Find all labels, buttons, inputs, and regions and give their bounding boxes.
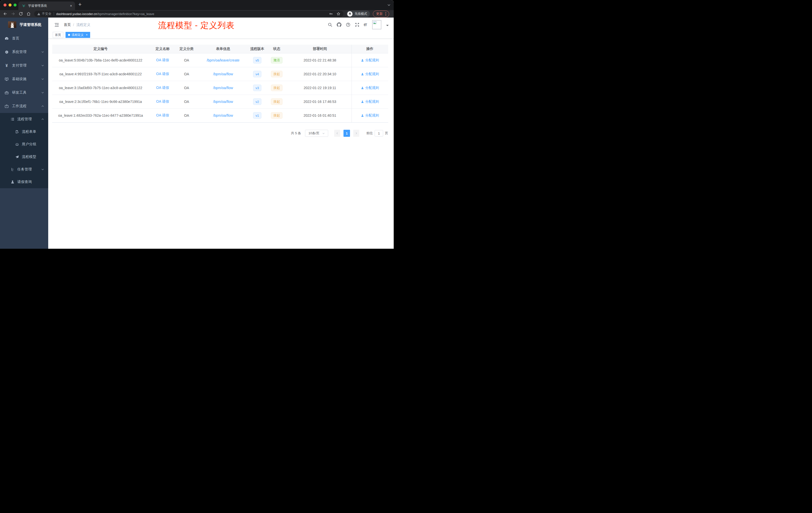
table-row: oa_leave:1:482ec033-762a-11ec-8477-a2380… — [52, 109, 388, 122]
back-icon[interactable] — [3, 11, 7, 16]
sidebar-item-workflow[interactable]: 工作流程 — [0, 99, 48, 113]
column-header: 定义编号 — [52, 45, 149, 53]
avatar[interactable] — [372, 20, 381, 29]
search-icon[interactable] — [328, 22, 332, 27]
assign-rule-button[interactable]: 分配规则 — [361, 58, 379, 62]
close-window-button[interactable] — [3, 3, 6, 6]
password-key-icon[interactable] — [329, 12, 333, 16]
status-tag: 挂起 — [271, 71, 283, 77]
browser-toolbar: 不安全 dashboard.yudao.iocoder.cn/bpm/manag… — [0, 10, 394, 18]
sidebar-item-payment[interactable]: ¥ 支付管理 — [0, 59, 48, 72]
bookmark-star-icon[interactable] — [337, 12, 341, 16]
deploy-time-cell: 2022-01-22 21:48:38 — [288, 54, 351, 67]
next-page-button[interactable] — [353, 130, 359, 137]
definition-category-cell: OA — [176, 81, 197, 95]
definition-id-cell: oa_leave:2:3c1f0ef1-76b1-11ec-9c66-a2380… — [52, 95, 149, 109]
briefcase-icon — [4, 104, 9, 109]
table-body: oa_leave:5:004b710b-7b8a-11ec-8ef0-acde4… — [52, 54, 388, 122]
fullscreen-icon[interactable] — [355, 22, 359, 27]
new-tab-button[interactable]: + — [78, 1, 82, 8]
chevron-down-icon — [41, 168, 44, 171]
sidebar-item-leave-query[interactable]: 请假查询 — [0, 176, 48, 188]
sidebar-item-label: 流程模型 — [22, 155, 44, 159]
tag-close-icon[interactable]: × — [86, 33, 88, 36]
tag-process-definition[interactable]: 流程定义 × — [65, 32, 90, 38]
sidebar-item-process-mgmt[interactable]: 流程管理 — [0, 113, 48, 125]
gear-icon — [4, 50, 9, 54]
goto-page-input[interactable] — [375, 130, 383, 137]
sidebar-item-user-group[interactable]: 用户分组 — [0, 138, 48, 151]
omnibox-divider — [54, 12, 54, 16]
current-page-button[interactable]: 1 — [344, 130, 350, 137]
sidebar-item-task-mgmt[interactable]: 任务管理 — [0, 163, 48, 176]
browser-menu-icon[interactable] — [385, 11, 387, 16]
status-tag: 挂起 — [271, 85, 283, 91]
home-icon[interactable] — [26, 11, 31, 16]
zoom-window-button[interactable] — [13, 3, 17, 6]
forward-icon[interactable] — [11, 11, 15, 16]
github-icon[interactable] — [337, 22, 342, 27]
help-icon[interactable] — [346, 22, 350, 27]
sidebar-item-label: 首页 — [12, 36, 44, 41]
sidebar-item-label: 用户分组 — [22, 142, 44, 147]
sidebar-item-label: 任务管理 — [17, 167, 41, 172]
sidebar-item-system[interactable]: 系统管理 — [0, 45, 48, 59]
sidebar-item-process-model[interactable]: 流程模型 — [0, 151, 48, 163]
prev-page-button[interactable] — [334, 130, 340, 137]
browser-tab[interactable]: 芋道管理系统 × — [18, 1, 75, 10]
sidebar-item-home[interactable]: 首页 — [0, 32, 48, 45]
assign-rule-button[interactable]: 分配规则 — [361, 72, 379, 76]
table-row: oa_leave:4:991f2193-7b7f-11ec-a3c8-acde4… — [52, 67, 388, 81]
chevron-down-icon — [41, 91, 44, 94]
tab-close-icon[interactable]: × — [69, 4, 72, 7]
sidebar-item-devtools[interactable]: 研发工具 — [0, 86, 48, 99]
form-info-link[interactable]: /bpm/oa/leave/create — [207, 58, 239, 62]
sidebar-item-label: 请假查询 — [17, 180, 44, 184]
tab-search-icon[interactable] — [387, 3, 391, 7]
brand[interactable]: 芋道管理系统 — [0, 18, 48, 32]
chevron-up-icon — [41, 105, 44, 108]
monitor-icon — [4, 77, 9, 81]
sidebar-item-infra[interactable]: 基础设施 — [0, 72, 48, 86]
breadcrumb-home[interactable]: 首页 — [64, 23, 71, 27]
assign-rule-button[interactable]: 分配规则 — [361, 99, 379, 104]
collapse-sidebar-icon[interactable] — [54, 22, 59, 27]
form-info-link[interactable]: /bpm/oa/flow — [213, 114, 233, 117]
robot-icon — [15, 142, 19, 146]
definition-name-link[interactable]: OA 请假 — [156, 113, 169, 118]
page-size-select[interactable]: 10条/页 — [305, 130, 328, 137]
tab-title: 芋道管理系统 — [28, 4, 69, 8]
reload-icon[interactable] — [19, 11, 23, 16]
address-bar[interactable]: 不安全 dashboard.yudao.iocoder.cn/bpm/manag… — [34, 11, 344, 17]
definition-name-link[interactable]: OA 请假 — [156, 58, 169, 62]
form-info-link[interactable]: /bpm/oa/flow — [213, 100, 233, 104]
form-info-link[interactable]: /bpm/oa/flow — [213, 72, 233, 76]
chevron-down-icon — [41, 78, 44, 81]
sidebar-item-label: 系统管理 — [12, 50, 41, 54]
tags-view-bar: 首页 流程定义 × — [48, 32, 394, 39]
deploy-time-cell: 2022-01-22 19:19:11 — [288, 81, 351, 95]
deploy-time-cell: 2022-01-22 20:34:10 — [288, 67, 351, 81]
tag-home[interactable]: 首页 — [53, 32, 63, 38]
deploy-time-cell: 2022-01-16 01:40:51 — [288, 109, 351, 122]
assign-rule-button[interactable]: 分配规则 — [361, 113, 379, 118]
sidebar-item-label: 基础设施 — [12, 77, 41, 81]
user-icon — [361, 59, 364, 62]
sidebar-item-process-form[interactable]: 流程表单 — [0, 125, 48, 138]
main-area: 流程模型 - 定义列表 首页 / 流程定义 — [48, 18, 394, 249]
caret-down-icon[interactable] — [386, 25, 389, 27]
assign-rule-button[interactable]: 分配规则 — [361, 86, 379, 90]
browser-update-button[interactable]: 更新 — [373, 10, 389, 17]
chevron-down-icon — [41, 51, 44, 54]
definition-name-link[interactable]: OA 请假 — [156, 86, 169, 90]
definition-name-link[interactable]: OA 请假 — [156, 72, 169, 76]
minimize-window-button[interactable] — [8, 3, 11, 6]
url-text[interactable]: dashboard.yudao.iocoder.cn/bpm/manager/d… — [56, 12, 154, 16]
incognito-label: 无痕模式 — [354, 12, 367, 16]
form-info-link[interactable]: /bpm/oa/flow — [213, 86, 233, 90]
font-size-icon[interactable]: tT — [364, 23, 367, 27]
security-label[interactable]: 不安全 — [42, 12, 52, 16]
page-content: 定义编号 定义名称 定义分类 表单信息 流程版本 状态 部署时间 操作 oa_l… — [48, 39, 394, 137]
definition-name-link[interactable]: OA 请假 — [156, 99, 169, 104]
sidebar-item-label: 支付管理 — [12, 63, 41, 68]
